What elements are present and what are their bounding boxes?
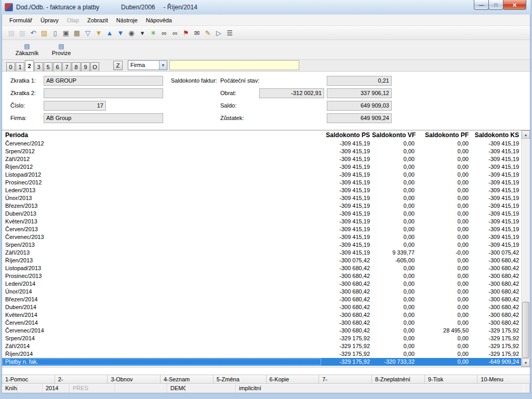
table-row[interactable]: Březen/2014 -300 680,42 0,00 0,00 -300 6… [2,296,521,303]
table-row[interactable]: Prosinec/2012 -309 415,19 0,00 0,00 -309… [2,179,521,187]
table-row[interactable]: Únor/2014 -300 680,42 0,00 0,00 -300 680… [2,288,521,296]
close-button[interactable]: × [503,0,526,10]
quick-filter-input[interactable] [169,60,299,70]
open-folder-icon[interactable]: ▨ [39,28,49,38]
table-row[interactable]: Srpen/2014 -329 175,92 0,00 0,00 -329 17… [2,335,521,342]
function-key[interactable]: 6-Kopie [267,375,320,383]
function-key[interactable]: 9-Tisk [425,375,478,383]
send-icon[interactable]: ▷ [214,28,224,38]
view-dropdown-icon[interactable]: ▾ [137,28,148,38]
tab[interactable]: 3 [34,62,43,71]
table-row[interactable]: Prosinec/2013 -300 680,42 0,00 0,00 -300… [2,272,521,280]
menu-item[interactable]: Nástroje [112,16,142,25]
table-row[interactable]: Červen/2014 -300 680,42 0,00 0,00 -300 6… [2,319,521,327]
table-row[interactable]: Říjen/2013 -300 075,42 -605,00 0,00 -300… [2,257,521,264]
table-row[interactable]: Červenec/2012 -309 415,19 0,00 0,00 -309… [2,140,521,148]
menu-item[interactable]: Zobrazit [83,16,112,25]
tab[interactable]: 7 [62,62,71,71]
table-row[interactable]: Červen/2013 -309 415,19 0,00 0,00 -309 4… [2,225,521,233]
undo-icon[interactable]: ↶ [28,28,38,38]
function-key[interactable]: 1-Pomoc [2,375,55,383]
table-row[interactable]: Únor/2013 -309 415,19 0,00 0,00 -309 415… [2,194,521,202]
table-row[interactable]: Červenec/2013 -309 415,19 0,00 0,00 -309… [2,233,521,241]
table-row[interactable]: Květen/2013 -309 415,19 0,00 0,00 -309 4… [2,218,521,225]
table-row[interactable]: Říjen/2014 -329 175,92 0,00 0,00 -329 17… [2,350,521,358]
new-document-icon[interactable]: ▯ [50,28,60,38]
function-key[interactable]: 10-Menu [477,375,530,383]
firma-selector[interactable]: Firma ▼ [128,60,167,70]
table-row[interactable]: Říjen/2012 -309 415,19 0,00 0,00 -309 41… [2,163,521,171]
menu-item[interactable]: Úpravy [36,16,63,25]
column-header-saldokonto-pf[interactable]: Saldokonto PF [417,131,471,139]
scrollbar-thumb[interactable] [522,302,529,358]
customer-button[interactable]: ▤ Zákazník [14,41,41,59]
table-row[interactable]: Listopad/2013 -300 680,42 0,00 0,00 -300… [2,264,521,272]
chevron-down-icon[interactable]: ▼ [159,61,167,70]
save-icon[interactable]: ▤ [6,28,17,38]
table-row[interactable]: Leden/2013 -309 415,19 0,00 0,00 -309 41… [2,187,521,194]
scroll-up-icon[interactable]: ▲ [522,130,530,139]
column-header-saldokonto-ps[interactable]: Saldokonto PS [322,131,372,139]
commission-button[interactable]: ▤ Provize [48,41,75,59]
table-row[interactable]: Červenec/2014 -300 680,42 0,00 28 495,50… [2,327,521,335]
table-row[interactable]: Listopad/2012 -309 415,19 0,00 0,00 -309… [2,171,521,179]
firma-field[interactable]: AB Group [44,113,163,123]
z-button[interactable]: Z [113,61,123,70]
tab[interactable]: 1 [16,62,24,71]
scroll-down-icon[interactable]: ▼ [522,358,530,367]
column-header-saldokonto-vf[interactable]: Saldokonto VF [372,131,417,139]
find-icon[interactable]: ∞ [159,28,169,38]
tab[interactable]: 5 [44,62,52,71]
find-next-icon[interactable]: ∞ [170,28,180,38]
move-down-icon[interactable]: ▼ [115,28,126,38]
table-row[interactable]: Srpen/2013 -309 415,19 0,00 0,00 -309 41… [2,241,521,249]
refresh-icon[interactable]: ✳ [148,28,158,38]
paste-icon[interactable]: ▦ [72,28,82,38]
function-key[interactable]: 2- [55,375,108,383]
tab[interactable]: 6 [53,62,62,71]
move-up-icon[interactable]: ▲ [104,28,115,38]
bookmark-flag-icon[interactable]: ⚑ [181,28,191,38]
tab[interactable]: 8 [72,62,81,71]
function-key[interactable]: 8-Zneplatnění [372,375,425,383]
table-row[interactable]: Duben/2014 -300 680,42 0,00 0,00 -300 68… [2,303,521,311]
vertical-scrollbar[interactable]: ▲ ▼ [521,130,530,367]
function-key[interactable]: 3-Obnov [108,375,161,383]
table-row[interactable]: Září/2012 -309 415,19 0,00 0,00 -309 415… [2,155,521,163]
table-row[interactable]: Březen/2013 -309 415,19 0,00 0,00 -309 4… [2,202,521,210]
tab[interactable]: 0 [6,62,15,71]
zkratka1-field[interactable]: AB GROUP [44,76,163,86]
minimize-button[interactable]: — [474,0,489,10]
function-key[interactable]: 7- [319,375,372,383]
table-row[interactable]: Duben/2013 -309 415,19 0,00 0,00 -309 41… [2,210,521,218]
maximize-button[interactable]: □ [488,0,503,10]
cislo-field[interactable]: 17 [44,101,106,111]
function-key[interactable]: 4-Seznam [161,375,214,383]
tab[interactable]: 9 [81,62,90,71]
print-icon[interactable]: ▥ [17,28,28,38]
menu-item[interactable]: Formulář [5,16,36,25]
notes-icon[interactable]: ✎ [203,28,213,38]
table-row[interactable]: Květen/2014 -300 680,42 0,00 0,00 -300 6… [2,311,521,319]
table-row[interactable]: Září/2013 -309 415,19 9 339,77 -0,00 -30… [2,249,521,257]
table-row[interactable]: Srpen/2012 -309 415,19 0,00 0,00 -309 41… [2,148,521,155]
titlebar[interactable]: Dod./Odb. - fakturace a platby Duben/200… [2,0,530,15]
column-header-saldokonto-ks[interactable]: Saldokonto KS [471,131,521,139]
table-row[interactable]: Leden/2014 -300 680,42 0,00 0,00 -300 68… [2,280,521,288]
zkratka2-field[interactable] [44,88,163,98]
column-header-perioda[interactable]: Perioda [2,131,322,139]
tab[interactable]: 2 [25,60,34,71]
mail-icon[interactable]: ✉ [192,28,202,38]
menu-item[interactable]: Nápověda [142,16,176,25]
view-icon[interactable]: ◉ [126,28,137,38]
filter-apply-icon[interactable]: ▼ [94,28,104,38]
tab[interactable]: O [90,62,99,71]
menu-lines-icon[interactable]: ☰ [224,28,235,38]
grid-header: Perioda Saldokonto PS Saldokonto VF Sald… [2,130,521,140]
menu-item[interactable]: Olap [63,16,83,25]
copy-icon[interactable]: ▣ [61,28,71,38]
table-row[interactable]: Září/2014 -329 175,92 0,00 0,00 -329 175… [2,342,521,350]
table-row[interactable]: Platby n. fak. -329 175,92 -320 733,32 0… [2,358,521,366]
filter-icon[interactable]: ▽ [83,28,93,38]
function-key[interactable]: 5-Změna [214,375,267,383]
